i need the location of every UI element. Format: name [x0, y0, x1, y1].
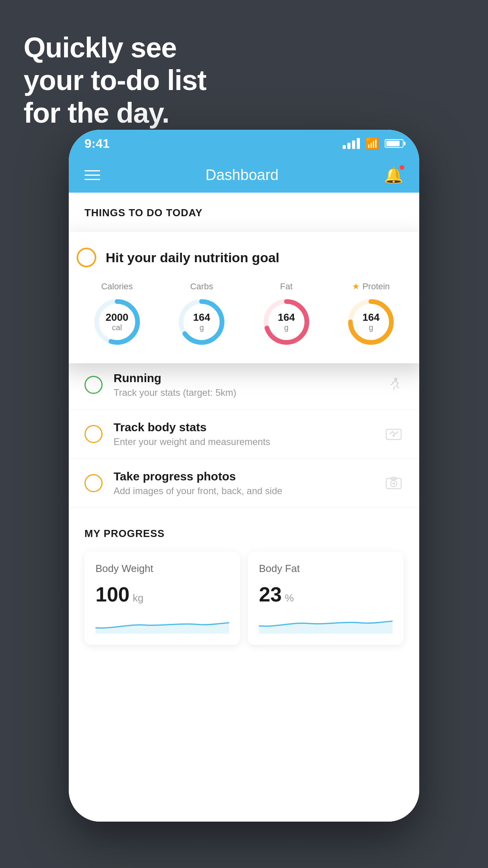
status-time: 9:41	[84, 136, 110, 151]
nutrition-card: Hit your daily nutrition goal Calories	[69, 232, 419, 363]
photo-icon	[384, 473, 404, 493]
notification-badge	[399, 164, 405, 171]
calories-value: 2000 cal	[106, 312, 128, 332]
todo-circle	[84, 425, 103, 443]
body-fat-value: 23	[259, 583, 282, 606]
body-weight-card[interactable]: Body Weight 100 kg	[84, 552, 240, 645]
body-weight-value: 100	[95, 583, 130, 606]
hamburger-icon	[84, 175, 100, 176]
todo-list: Running Track your stats (target: 5km) T…	[69, 360, 419, 508]
progress-section-title: MY PROGRESS	[84, 528, 404, 540]
header-title: Dashboard	[205, 167, 279, 184]
body-weight-title: Body Weight	[95, 563, 229, 575]
todo-item-photos[interactable]: Take progress photos Add images of your …	[69, 459, 419, 508]
scale-icon	[384, 424, 404, 444]
protein-label: ★ Protein	[352, 281, 390, 292]
todo-title: Track body stats	[114, 421, 373, 434]
headline: Quickly see your to-do list for the day.	[24, 31, 206, 129]
todo-subtitle: Enter your weight and measurements	[114, 436, 373, 447]
section-title: THINGS TO DO TODAY	[69, 193, 419, 227]
carbs-stat: Carbs 164 g	[176, 281, 227, 348]
body-fat-title: Body Fat	[259, 563, 393, 575]
app-header: Dashboard 🔔	[69, 157, 419, 193]
body-weight-unit: kg	[133, 592, 143, 604]
carbs-label: Carbs	[190, 281, 213, 292]
star-icon: ★	[352, 281, 360, 292]
body-fat-chart	[259, 614, 393, 634]
hamburger-menu-button[interactable]	[84, 170, 100, 180]
wifi-icon: 📶	[365, 137, 379, 150]
card-title-row: Hit your daily nutrition goal	[77, 248, 411, 267]
todo-subtitle: Add images of your front, back, and side	[114, 485, 373, 497]
battery-icon	[385, 139, 404, 148]
body-fat-value-row: 23 %	[259, 583, 393, 606]
body-fat-unit: %	[285, 592, 294, 604]
progress-cards: Body Weight 100 kg Body Fat	[84, 552, 404, 645]
calories-stat: Calories 2000 cal	[92, 281, 143, 348]
body-fat-card[interactable]: Body Fat 23 %	[248, 552, 404, 645]
fat-value: 164 g	[278, 312, 295, 332]
todo-item-body-stats[interactable]: Track body stats Enter your weight and m…	[69, 410, 419, 459]
todo-title: Running	[114, 371, 373, 385]
progress-section: MY PROGRESS Body Weight 100 kg	[69, 508, 419, 657]
fat-label: Fat	[280, 281, 293, 292]
carbs-donut: 164 g	[176, 296, 227, 348]
body-weight-chart	[95, 614, 229, 634]
nutrition-stats: Calories 2000 cal	[77, 281, 411, 348]
todo-text: Running Track your stats (target: 5km)	[114, 371, 373, 398]
todo-subtitle: Track your stats (target: 5km)	[114, 387, 373, 398]
card-title: Hit your daily nutrition goal	[106, 250, 279, 265]
phone-frame: 9:41 📶 Dashboard 🔔 TH	[69, 130, 419, 822]
body-weight-value-row: 100 kg	[95, 583, 229, 606]
calories-label: Calories	[101, 281, 133, 292]
fat-stat: Fat 164 g	[261, 281, 312, 348]
protein-stat: ★ Protein 164 g	[345, 281, 396, 348]
todo-text: Track body stats Enter your weight and m…	[114, 421, 373, 447]
protein-donut: 164 g	[345, 296, 396, 348]
todo-text: Take progress photos Add images of your …	[114, 470, 373, 497]
fat-donut: 164 g	[261, 296, 312, 348]
todo-circle	[84, 376, 103, 394]
hamburger-icon	[84, 179, 100, 180]
notification-button[interactable]: 🔔	[384, 166, 404, 184]
todo-circle	[84, 474, 103, 492]
todo-title: Take progress photos	[114, 470, 373, 483]
status-bar: 9:41 📶	[69, 130, 419, 157]
carbs-value: 164 g	[193, 312, 210, 332]
status-icons: 📶	[343, 137, 404, 150]
main-content: THINGS TO DO TODAY Hit your daily nutrit…	[69, 193, 419, 822]
running-icon	[384, 375, 404, 395]
svg-point-12	[393, 482, 395, 485]
calories-donut: 2000 cal	[92, 296, 143, 348]
hamburger-icon	[84, 170, 100, 171]
signal-bars-icon	[343, 138, 360, 149]
svg-point-9	[393, 434, 395, 437]
task-circle	[77, 248, 96, 267]
protein-value: 164 g	[363, 312, 380, 332]
todo-item-running[interactable]: Running Track your stats (target: 5km)	[69, 360, 419, 410]
